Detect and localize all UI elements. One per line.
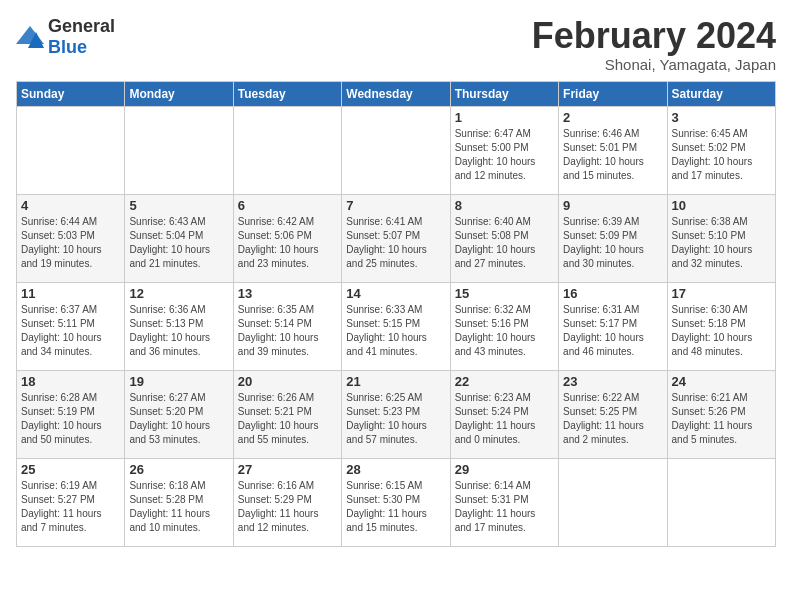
header-monday: Monday [125,81,233,106]
cell-content: Sunrise: 6:43 AM Sunset: 5:04 PM Dayligh… [129,215,228,271]
week-row-3: 18Sunrise: 6:28 AM Sunset: 5:19 PM Dayli… [17,370,776,458]
calendar-cell: 17Sunrise: 6:30 AM Sunset: 5:18 PM Dayli… [667,282,775,370]
header-wednesday: Wednesday [342,81,450,106]
logo-text: General Blue [48,16,115,58]
cell-content: Sunrise: 6:27 AM Sunset: 5:20 PM Dayligh… [129,391,228,447]
calendar-cell: 1Sunrise: 6:47 AM Sunset: 5:00 PM Daylig… [450,106,558,194]
day-number: 3 [672,110,771,125]
calendar-cell: 15Sunrise: 6:32 AM Sunset: 5:16 PM Dayli… [450,282,558,370]
cell-content: Sunrise: 6:40 AM Sunset: 5:08 PM Dayligh… [455,215,554,271]
calendar-cell: 10Sunrise: 6:38 AM Sunset: 5:10 PM Dayli… [667,194,775,282]
cell-content: Sunrise: 6:41 AM Sunset: 5:07 PM Dayligh… [346,215,445,271]
day-number: 14 [346,286,445,301]
cell-content: Sunrise: 6:26 AM Sunset: 5:21 PM Dayligh… [238,391,337,447]
calendar-cell: 23Sunrise: 6:22 AM Sunset: 5:25 PM Dayli… [559,370,667,458]
calendar-cell: 11Sunrise: 6:37 AM Sunset: 5:11 PM Dayli… [17,282,125,370]
logo-general: General [48,16,115,36]
calendar-cell: 18Sunrise: 6:28 AM Sunset: 5:19 PM Dayli… [17,370,125,458]
day-number: 18 [21,374,120,389]
logo-icon [16,26,44,48]
cell-content: Sunrise: 6:39 AM Sunset: 5:09 PM Dayligh… [563,215,662,271]
calendar-cell [342,106,450,194]
cell-content: Sunrise: 6:15 AM Sunset: 5:30 PM Dayligh… [346,479,445,535]
location-subtitle: Shonai, Yamagata, Japan [532,56,776,73]
day-number: 4 [21,198,120,213]
calendar-cell: 21Sunrise: 6:25 AM Sunset: 5:23 PM Dayli… [342,370,450,458]
day-number: 17 [672,286,771,301]
calendar-cell: 2Sunrise: 6:46 AM Sunset: 5:01 PM Daylig… [559,106,667,194]
calendar-cell: 24Sunrise: 6:21 AM Sunset: 5:26 PM Dayli… [667,370,775,458]
calendar-cell: 9Sunrise: 6:39 AM Sunset: 5:09 PM Daylig… [559,194,667,282]
cell-content: Sunrise: 6:36 AM Sunset: 5:13 PM Dayligh… [129,303,228,359]
day-number: 29 [455,462,554,477]
header-sunday: Sunday [17,81,125,106]
day-number: 2 [563,110,662,125]
day-number: 1 [455,110,554,125]
day-number: 7 [346,198,445,213]
day-number: 12 [129,286,228,301]
cell-content: Sunrise: 6:19 AM Sunset: 5:27 PM Dayligh… [21,479,120,535]
calendar-cell: 6Sunrise: 6:42 AM Sunset: 5:06 PM Daylig… [233,194,341,282]
week-row-1: 4Sunrise: 6:44 AM Sunset: 5:03 PM Daylig… [17,194,776,282]
header-friday: Friday [559,81,667,106]
calendar-cell: 12Sunrise: 6:36 AM Sunset: 5:13 PM Dayli… [125,282,233,370]
cell-content: Sunrise: 6:35 AM Sunset: 5:14 PM Dayligh… [238,303,337,359]
calendar-cell: 29Sunrise: 6:14 AM Sunset: 5:31 PM Dayli… [450,458,558,546]
calendar-cell: 5Sunrise: 6:43 AM Sunset: 5:04 PM Daylig… [125,194,233,282]
week-row-2: 11Sunrise: 6:37 AM Sunset: 5:11 PM Dayli… [17,282,776,370]
cell-content: Sunrise: 6:44 AM Sunset: 5:03 PM Dayligh… [21,215,120,271]
calendar-cell [667,458,775,546]
calendar-cell [559,458,667,546]
cell-content: Sunrise: 6:16 AM Sunset: 5:29 PM Dayligh… [238,479,337,535]
cell-content: Sunrise: 6:31 AM Sunset: 5:17 PM Dayligh… [563,303,662,359]
cell-content: Sunrise: 6:18 AM Sunset: 5:28 PM Dayligh… [129,479,228,535]
day-number: 26 [129,462,228,477]
calendar-cell: 26Sunrise: 6:18 AM Sunset: 5:28 PM Dayli… [125,458,233,546]
cell-content: Sunrise: 6:46 AM Sunset: 5:01 PM Dayligh… [563,127,662,183]
calendar-cell: 16Sunrise: 6:31 AM Sunset: 5:17 PM Dayli… [559,282,667,370]
calendar-cell: 3Sunrise: 6:45 AM Sunset: 5:02 PM Daylig… [667,106,775,194]
day-number: 28 [346,462,445,477]
day-number: 5 [129,198,228,213]
calendar-cell: 4Sunrise: 6:44 AM Sunset: 5:03 PM Daylig… [17,194,125,282]
day-number: 13 [238,286,337,301]
calendar-cell: 19Sunrise: 6:27 AM Sunset: 5:20 PM Dayli… [125,370,233,458]
cell-content: Sunrise: 6:32 AM Sunset: 5:16 PM Dayligh… [455,303,554,359]
calendar-cell: 27Sunrise: 6:16 AM Sunset: 5:29 PM Dayli… [233,458,341,546]
cell-content: Sunrise: 6:21 AM Sunset: 5:26 PM Dayligh… [672,391,771,447]
calendar-cell: 7Sunrise: 6:41 AM Sunset: 5:07 PM Daylig… [342,194,450,282]
day-number: 24 [672,374,771,389]
cell-content: Sunrise: 6:45 AM Sunset: 5:02 PM Dayligh… [672,127,771,183]
week-row-4: 25Sunrise: 6:19 AM Sunset: 5:27 PM Dayli… [17,458,776,546]
calendar-cell: 28Sunrise: 6:15 AM Sunset: 5:30 PM Dayli… [342,458,450,546]
cell-content: Sunrise: 6:42 AM Sunset: 5:06 PM Dayligh… [238,215,337,271]
page-header: General Blue February 2024 Shonai, Yamag… [16,16,776,73]
day-number: 23 [563,374,662,389]
cell-content: Sunrise: 6:47 AM Sunset: 5:00 PM Dayligh… [455,127,554,183]
cell-content: Sunrise: 6:22 AM Sunset: 5:25 PM Dayligh… [563,391,662,447]
day-number: 11 [21,286,120,301]
day-number: 20 [238,374,337,389]
week-row-0: 1Sunrise: 6:47 AM Sunset: 5:00 PM Daylig… [17,106,776,194]
day-number: 9 [563,198,662,213]
cell-content: Sunrise: 6:38 AM Sunset: 5:10 PM Dayligh… [672,215,771,271]
cell-content: Sunrise: 6:14 AM Sunset: 5:31 PM Dayligh… [455,479,554,535]
calendar-cell: 20Sunrise: 6:26 AM Sunset: 5:21 PM Dayli… [233,370,341,458]
header-row: SundayMondayTuesdayWednesdayThursdayFrid… [17,81,776,106]
day-number: 8 [455,198,554,213]
title-area: February 2024 Shonai, Yamagata, Japan [532,16,776,73]
day-number: 27 [238,462,337,477]
day-number: 21 [346,374,445,389]
calendar-cell [125,106,233,194]
day-number: 22 [455,374,554,389]
day-number: 16 [563,286,662,301]
month-title: February 2024 [532,16,776,56]
day-number: 19 [129,374,228,389]
day-number: 10 [672,198,771,213]
calendar-table: SundayMondayTuesdayWednesdayThursdayFrid… [16,81,776,547]
calendar-cell [17,106,125,194]
logo: General Blue [16,16,115,58]
cell-content: Sunrise: 6:25 AM Sunset: 5:23 PM Dayligh… [346,391,445,447]
calendar-cell [233,106,341,194]
day-number: 6 [238,198,337,213]
